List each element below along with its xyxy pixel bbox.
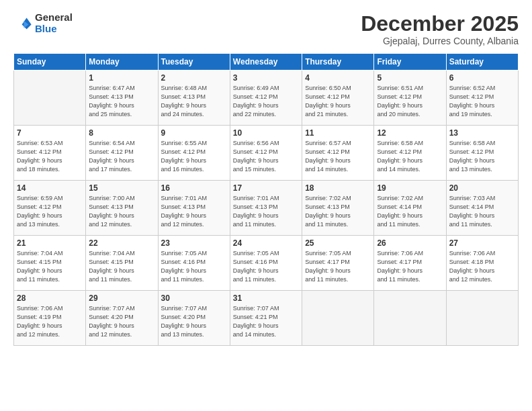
calendar-cell: 11Sunrise: 6:57 AMSunset: 4:12 PMDayligh… — [302, 126, 374, 181]
calendar-cell: 15Sunrise: 7:00 AMSunset: 4:13 PMDayligh… — [86, 181, 158, 236]
calendar-cell: 10Sunrise: 6:56 AMSunset: 4:12 PMDayligh… — [230, 126, 302, 181]
calendar-cell — [302, 291, 374, 346]
day-info: Sunrise: 7:04 AMSunset: 4:15 PMDaylight:… — [89, 249, 154, 284]
day-info: Sunrise: 7:00 AMSunset: 4:13 PMDaylight:… — [89, 194, 154, 229]
day-info: Sunrise: 7:07 AMSunset: 4:20 PMDaylight:… — [89, 304, 154, 339]
day-info: Sunrise: 6:59 AMSunset: 4:12 PMDaylight:… — [17, 194, 83, 229]
day-info: Sunrise: 7:06 AMSunset: 4:19 PMDaylight:… — [17, 304, 83, 339]
day-info: Sunrise: 6:53 AMSunset: 4:12 PMDaylight:… — [17, 139, 83, 174]
calendar-cell: 16Sunrise: 7:01 AMSunset: 4:13 PMDayligh… — [158, 181, 230, 236]
day-number: 28 — [17, 293, 83, 303]
day-number: 14 — [17, 183, 83, 193]
day-info: Sunrise: 6:50 AMSunset: 4:12 PMDaylight:… — [305, 84, 371, 119]
day-number: 16 — [161, 183, 227, 193]
calendar-cell: 4Sunrise: 6:50 AMSunset: 4:12 PMDaylight… — [302, 71, 374, 126]
calendar-cell: 24Sunrise: 7:05 AMSunset: 4:16 PMDayligh… — [230, 236, 302, 291]
day-number: 20 — [449, 183, 515, 193]
calendar-cell: 6Sunrise: 6:52 AMSunset: 4:12 PMDaylight… — [446, 71, 518, 126]
day-info: Sunrise: 7:02 AMSunset: 4:13 PMDaylight:… — [305, 194, 371, 229]
calendar-cell: 26Sunrise: 7:06 AMSunset: 4:17 PMDayligh… — [374, 236, 446, 291]
calendar-cell: 3Sunrise: 6:49 AMSunset: 4:12 PMDaylight… — [230, 71, 302, 126]
calendar-cell: 25Sunrise: 7:05 AMSunset: 4:17 PMDayligh… — [302, 236, 374, 291]
day-info: Sunrise: 6:58 AMSunset: 4:12 PMDaylight:… — [449, 139, 515, 174]
calendar-cell: 5Sunrise: 6:51 AMSunset: 4:12 PMDaylight… — [374, 71, 446, 126]
day-number: 18 — [305, 183, 371, 193]
calendar-cell: 20Sunrise: 7:03 AMSunset: 4:14 PMDayligh… — [446, 181, 518, 236]
calendar-cell: 14Sunrise: 6:59 AMSunset: 4:12 PMDayligh… — [14, 181, 86, 236]
logo-general: General — [35, 12, 73, 24]
day-number: 26 — [377, 238, 443, 248]
day-number: 12 — [377, 128, 443, 138]
calendar-cell — [374, 291, 446, 346]
calendar-header-saturday: Saturday — [446, 54, 518, 71]
logo-blue: Blue — [35, 24, 73, 35]
day-number: 11 — [305, 128, 371, 138]
day-number: 19 — [377, 183, 443, 193]
day-number: 5 — [377, 73, 443, 83]
logo-icon — [13, 14, 32, 33]
day-number: 29 — [89, 293, 154, 303]
calendar-cell: 9Sunrise: 6:55 AMSunset: 4:12 PMDaylight… — [158, 126, 230, 181]
day-info: Sunrise: 7:06 AMSunset: 4:17 PMDaylight:… — [377, 249, 443, 284]
calendar-cell: 2Sunrise: 6:48 AMSunset: 4:13 PMDaylight… — [158, 71, 230, 126]
calendar-table: SundayMondayTuesdayWednesdayThursdayFrid… — [13, 53, 519, 346]
calendar-week-4: 21Sunrise: 7:04 AMSunset: 4:15 PMDayligh… — [14, 236, 519, 291]
day-info: Sunrise: 7:02 AMSunset: 4:14 PMDaylight:… — [377, 194, 443, 229]
day-number: 27 — [449, 238, 515, 248]
day-number: 4 — [305, 73, 371, 83]
logo-text: General Blue — [35, 12, 73, 34]
location-title: Gjepalaj, Durres County, Albania — [361, 36, 519, 46]
calendar-header-thursday: Thursday — [302, 54, 374, 71]
day-number: 30 — [161, 293, 227, 303]
day-number: 2 — [161, 73, 227, 83]
day-info: Sunrise: 7:07 AMSunset: 4:21 PMDaylight:… — [233, 304, 299, 339]
day-info: Sunrise: 7:05 AMSunset: 4:17 PMDaylight:… — [305, 249, 371, 284]
day-info: Sunrise: 6:49 AMSunset: 4:12 PMDaylight:… — [233, 84, 299, 119]
day-number: 17 — [233, 183, 299, 193]
calendar-cell: 29Sunrise: 7:07 AMSunset: 4:20 PMDayligh… — [86, 291, 158, 346]
calendar-cell: 17Sunrise: 7:01 AMSunset: 4:13 PMDayligh… — [230, 181, 302, 236]
calendar-header-friday: Friday — [374, 54, 446, 71]
day-info: Sunrise: 6:57 AMSunset: 4:12 PMDaylight:… — [305, 139, 371, 174]
calendar-cell: 18Sunrise: 7:02 AMSunset: 4:13 PMDayligh… — [302, 181, 374, 236]
calendar-header-row: SundayMondayTuesdayWednesdayThursdayFrid… — [14, 54, 519, 71]
logo: General Blue — [13, 12, 73, 34]
day-info: Sunrise: 7:05 AMSunset: 4:16 PMDaylight:… — [233, 249, 299, 284]
day-info: Sunrise: 6:52 AMSunset: 4:12 PMDaylight:… — [449, 84, 515, 119]
day-info: Sunrise: 6:51 AMSunset: 4:12 PMDaylight:… — [377, 84, 443, 119]
calendar-week-3: 14Sunrise: 6:59 AMSunset: 4:12 PMDayligh… — [14, 181, 519, 236]
day-info: Sunrise: 7:07 AMSunset: 4:20 PMDaylight:… — [161, 304, 227, 339]
day-info: Sunrise: 6:54 AMSunset: 4:12 PMDaylight:… — [89, 139, 154, 174]
calendar-cell: 8Sunrise: 6:54 AMSunset: 4:12 PMDaylight… — [86, 126, 158, 181]
day-info: Sunrise: 7:06 AMSunset: 4:18 PMDaylight:… — [449, 249, 515, 284]
calendar-cell: 31Sunrise: 7:07 AMSunset: 4:21 PMDayligh… — [230, 291, 302, 346]
day-number: 15 — [89, 183, 154, 193]
title-block: December 2025 Gjepalaj, Durres County, A… — [361, 12, 519, 46]
day-info: Sunrise: 6:56 AMSunset: 4:12 PMDaylight:… — [233, 139, 299, 174]
day-info: Sunrise: 7:01 AMSunset: 4:13 PMDaylight:… — [233, 194, 299, 229]
day-info: Sunrise: 7:05 AMSunset: 4:16 PMDaylight:… — [161, 249, 227, 284]
day-info: Sunrise: 7:03 AMSunset: 4:14 PMDaylight:… — [449, 194, 515, 229]
day-number: 6 — [449, 73, 515, 83]
calendar-header-wednesday: Wednesday — [230, 54, 302, 71]
calendar-week-5: 28Sunrise: 7:06 AMSunset: 4:19 PMDayligh… — [14, 291, 519, 346]
calendar-cell: 21Sunrise: 7:04 AMSunset: 4:15 PMDayligh… — [14, 236, 86, 291]
day-info: Sunrise: 6:48 AMSunset: 4:13 PMDaylight:… — [161, 84, 227, 119]
month-title: December 2025 — [361, 12, 519, 36]
day-number: 3 — [233, 73, 299, 83]
calendar-cell — [446, 291, 518, 346]
day-number: 7 — [17, 128, 83, 138]
day-number: 31 — [233, 293, 299, 303]
day-info: Sunrise: 6:47 AMSunset: 4:13 PMDaylight:… — [89, 84, 154, 119]
header: General Blue December 2025 Gjepalaj, Dur… — [13, 12, 519, 46]
day-number: 24 — [233, 238, 299, 248]
calendar-cell: 22Sunrise: 7:04 AMSunset: 4:15 PMDayligh… — [86, 236, 158, 291]
day-number: 22 — [89, 238, 154, 248]
calendar-cell: 19Sunrise: 7:02 AMSunset: 4:14 PMDayligh… — [374, 181, 446, 236]
calendar-cell: 23Sunrise: 7:05 AMSunset: 4:16 PMDayligh… — [158, 236, 230, 291]
day-info: Sunrise: 6:58 AMSunset: 4:12 PMDaylight:… — [377, 139, 443, 174]
calendar-cell: 28Sunrise: 7:06 AMSunset: 4:19 PMDayligh… — [14, 291, 86, 346]
day-info: Sunrise: 7:01 AMSunset: 4:13 PMDaylight:… — [161, 194, 227, 229]
calendar-cell: 27Sunrise: 7:06 AMSunset: 4:18 PMDayligh… — [446, 236, 518, 291]
calendar-cell: 12Sunrise: 6:58 AMSunset: 4:12 PMDayligh… — [374, 126, 446, 181]
